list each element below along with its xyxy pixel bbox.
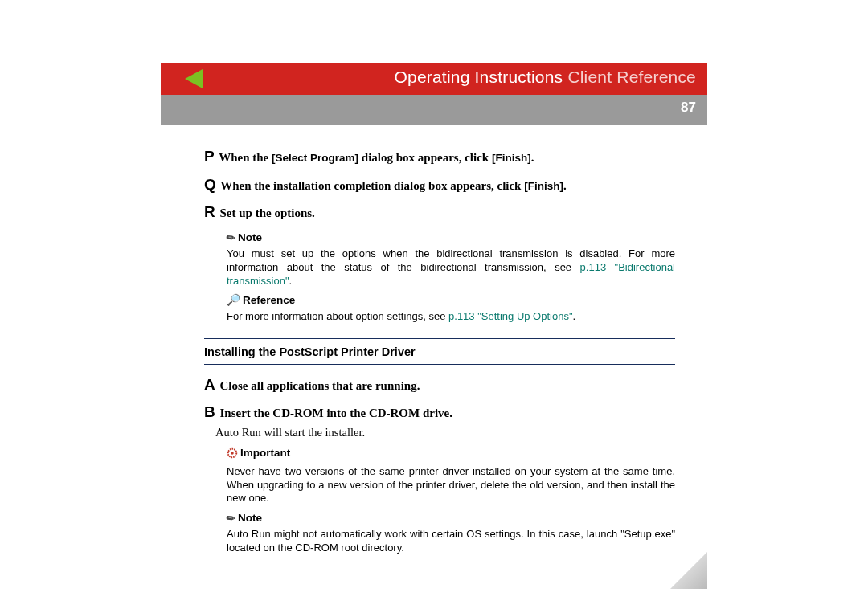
section-title: Installing the PostScript Printer Driver bbox=[204, 344, 675, 365]
important-label: Important bbox=[227, 446, 290, 460]
step-b: B Insert the CD-ROM into the CD-ROM driv… bbox=[204, 402, 675, 423]
title-sub: Client Reference bbox=[567, 67, 696, 86]
reference-callout: 🔎 Reference For more information about o… bbox=[227, 292, 675, 324]
title-main: Operating Instructions bbox=[394, 67, 563, 86]
step-letter: R bbox=[204, 203, 215, 220]
step-a: A Close all applications that are runnin… bbox=[204, 374, 675, 395]
header-title: Operating Instructions Client Reference bbox=[394, 67, 696, 87]
header-gray-bar: 87 bbox=[161, 95, 707, 125]
gear-icon bbox=[227, 447, 238, 459]
important-callout: Important Never have two versions of the… bbox=[227, 446, 675, 506]
step-b-body: Auto Run will start the installer. bbox=[215, 425, 675, 441]
page-header: Operating Instructions Client Reference … bbox=[161, 63, 707, 125]
page-number: 87 bbox=[681, 100, 696, 116]
back-arrow-icon[interactable] bbox=[185, 69, 203, 88]
reference-link[interactable]: p.113 "Setting Up Options" bbox=[448, 310, 573, 322]
note-callout-2: ✎ Note Auto Run might not automatically … bbox=[227, 510, 675, 555]
step-q: Q When the installation completion dialo… bbox=[204, 174, 675, 195]
magnifier-icon: 🔎 bbox=[227, 292, 240, 308]
section-heading: Installing the PostScript Printer Driver bbox=[204, 338, 675, 365]
step-letter: A bbox=[204, 376, 215, 393]
note-text: You must set up the options when the bid… bbox=[227, 247, 675, 288]
reference-text: For more information about option settin… bbox=[227, 310, 675, 324]
step-p: P When the [Select Program] dialog box a… bbox=[204, 146, 675, 167]
step-letter: B bbox=[204, 403, 215, 420]
divider-line bbox=[204, 338, 675, 339]
note-callout: ✎ Note You must set up the options when … bbox=[227, 230, 675, 288]
document-page: Operating Instructions Client Reference … bbox=[161, 63, 707, 566]
step-r: R Set up the options. bbox=[204, 202, 675, 223]
note-label: ✎ Note bbox=[227, 511, 262, 525]
svg-point-1 bbox=[231, 452, 234, 455]
important-text: Never have two versions of the same prin… bbox=[227, 465, 675, 506]
header-red-bar: Operating Instructions Client Reference bbox=[161, 63, 707, 95]
reference-label: 🔎 Reference bbox=[227, 292, 295, 308]
page-content: P When the [Select Program] dialog box a… bbox=[161, 125, 707, 566]
step-letter: Q bbox=[204, 176, 216, 193]
step-letter: P bbox=[204, 148, 215, 165]
note-text: Auto Run might not automatically work wi… bbox=[227, 528, 675, 555]
note-label: ✎ Note bbox=[227, 231, 262, 245]
pencil-icon: ✎ bbox=[223, 510, 240, 527]
pencil-icon: ✎ bbox=[223, 229, 240, 246]
